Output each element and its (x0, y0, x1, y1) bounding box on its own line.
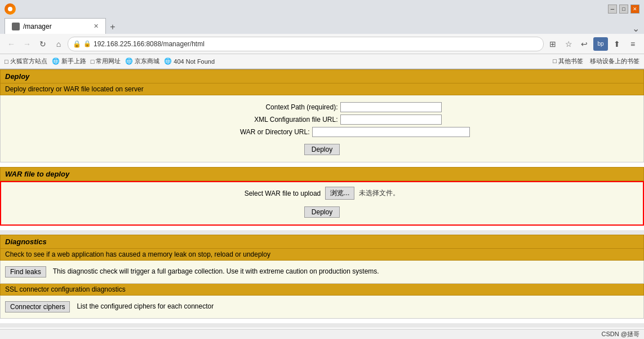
connector-row: Connector ciphers List the configured ci… (5, 301, 639, 312)
tab-close-button[interactable]: ✕ (94, 23, 99, 30)
context-path-label: Context Path (required): (203, 103, 338, 111)
bookmarks-bar: □ 火狐官方站点 🌐 新手上路 □ 常用网址 🌐 京东商城 🌐 404 Not … (0, 54, 644, 69)
war-section-header: WAR file to deploy (0, 167, 644, 181)
address-prefix: 🔒 (83, 40, 91, 47)
bookmark-mobile[interactable]: 移动设备上的书签 (590, 57, 639, 65)
back-button[interactable]: ← (5, 37, 18, 51)
deploy-title: Deploy (5, 72, 29, 81)
bookmark-common-icon: □ (91, 58, 95, 65)
ssl-title: SSL connector configuration diagnostics (5, 285, 126, 293)
deploy-section-header: Deploy (0, 69, 644, 83)
window-controls: ─ □ ✕ (608, 5, 639, 14)
share-button[interactable]: ⬆ (610, 37, 624, 51)
diagnostics-title: Diagnostics (5, 237, 47, 246)
xml-config-label: XML Configuration file URL: (203, 116, 338, 124)
war-form-inner: Select WAR file to upload 浏览... 未选择文件。 D… (1, 182, 643, 224)
deploy-btn-center: Deploy (10, 139, 634, 157)
bookmarks-right: □ 其他书签 移动设备上的书签 (553, 57, 639, 65)
memory-leak-content: Find leaks This diagnostic check will tr… (0, 261, 644, 284)
memory-leak-header: Check to see if a web application has ca… (0, 249, 644, 261)
bookmark-404-label: 404 Not Found (174, 58, 215, 65)
browser-logo-icon (5, 3, 16, 15)
bookmark-404[interactable]: 🌐 404 Not Found (164, 58, 215, 65)
title-bar: ─ □ ✕ (0, 0, 644, 18)
maximize-button[interactable]: □ (619, 5, 628, 14)
war-select-label: Select WAR file to upload (245, 190, 321, 197)
browse-button[interactable]: 浏览... (325, 187, 354, 200)
deploy-section: Deploy Deploy directory or WAR file loca… (0, 69, 644, 162)
connector-desc: List the configured ciphers for each con… (77, 301, 214, 311)
nav-actions: ⊞ ☆ ↩ bp ⬆ ≡ (546, 37, 639, 51)
minimize-button[interactable]: ─ (608, 5, 617, 14)
bookmark-other-label: □ 其他书签 (553, 57, 583, 65)
context-path-row: Context Path (required): (10, 102, 634, 112)
bookmark-huohu-label: 火狐官方站点 (10, 57, 47, 65)
bookmark-newbie-icon: 🌐 (52, 58, 60, 65)
tab-overflow-button[interactable]: ⌄ (632, 23, 639, 34)
war-form: Select WAR file to upload 浏览... 未选择文件。 D… (0, 181, 644, 226)
tab-favicon-icon (12, 23, 20, 30)
title-bar-left (5, 3, 16, 15)
new-tab-button[interactable]: + (106, 20, 119, 34)
deploy-form: Context Path (required): XML Configurati… (0, 95, 644, 162)
status-text: CSDN @拯哥 (602, 330, 639, 338)
find-leaks-row: Find leaks This diagnostic check will tr… (5, 266, 639, 278)
bookmark-jd-label: 京东商城 (135, 57, 159, 65)
xml-config-input[interactable] (340, 115, 442, 125)
star-button[interactable]: ☆ (562, 37, 575, 51)
browser-tab-manager[interactable]: /manager ✕ (5, 18, 106, 34)
bookmark-newbie[interactable]: 🌐 新手上路 (52, 57, 86, 65)
bookmark-jd-icon: 🌐 (125, 58, 133, 65)
context-path-input[interactable] (340, 102, 442, 112)
deploy-subsection-title: Deploy directory or WAR file located on … (5, 85, 144, 93)
grid-icon-button[interactable]: ⊞ (546, 37, 559, 51)
forward-button[interactable]: → (20, 37, 34, 51)
war-deploy-btn-center: Deploy (304, 202, 340, 220)
bookmark-other[interactable]: □ 其他书签 (553, 57, 583, 65)
home-button[interactable]: ⌂ (52, 37, 65, 51)
ssl-content: Connector ciphers List the configured ci… (0, 296, 644, 319)
war-deploy-button[interactable]: Deploy (304, 206, 340, 218)
section-spacer (0, 230, 644, 235)
browser-status-bar: CSDN @拯哥 (0, 329, 644, 339)
profile-button[interactable]: bp (593, 37, 608, 51)
bookmark-404-icon: 🌐 (164, 58, 172, 65)
deploy-subsection-header: Deploy directory or WAR file located on … (0, 83, 644, 95)
war-dir-input[interactable] (312, 127, 470, 137)
find-leaks-desc: This diagnostic check will trigger a ful… (53, 266, 379, 276)
war-file-row: Select WAR file to upload 浏览... 未选择文件。 (245, 187, 400, 200)
menu-button[interactable]: ≡ (626, 37, 639, 51)
security-icon: 🔒 (73, 40, 81, 48)
tab-label: /manager (23, 23, 52, 30)
browser-chrome: ─ □ ✕ /manager ✕ + ⌄ ← → ↻ ⌂ 🔒 🔒 ⊞ ☆ ↩ b… (0, 0, 644, 69)
find-leaks-button[interactable]: Find leaks (5, 266, 46, 278)
bookmark-common[interactable]: □ 常用网址 (91, 57, 121, 65)
deploy-button[interactable]: Deploy (304, 144, 340, 155)
war-dir-label: WAR or Directory URL: (175, 128, 310, 136)
close-button[interactable]: ✕ (630, 5, 639, 14)
diagnostics-section: Diagnostics Check to see if a web applic… (0, 235, 644, 319)
war-section: WAR file to deploy Select WAR file to up… (0, 167, 644, 226)
no-file-text: 未选择文件。 (359, 188, 399, 198)
nav-bar: ← → ↻ ⌂ 🔒 🔒 ⊞ ☆ ↩ bp ⬆ ≡ (0, 34, 644, 54)
war-dir-row: WAR or Directory URL: (10, 127, 634, 137)
tab-bar: /manager ✕ + ⌄ (0, 18, 644, 34)
bookmark-huohu-icon: □ (5, 58, 8, 65)
page-content: Deploy Deploy directory or WAR file loca… (0, 69, 644, 339)
history-back-button[interactable]: ↩ (578, 37, 591, 51)
diagnostics-header: Diagnostics (0, 235, 644, 249)
bookmark-common-label: 常用网址 (96, 57, 121, 65)
reload-button[interactable]: ↻ (36, 37, 50, 51)
section-spacer-2 (0, 323, 644, 328)
connector-button[interactable]: Connector ciphers (5, 301, 70, 312)
memory-leak-title: Check to see if a web application has ca… (5, 250, 270, 258)
address-bar-wrapper: 🔒 🔒 (68, 37, 544, 51)
bookmark-mobile-label: 移动设备上的书签 (590, 57, 639, 65)
address-input[interactable] (94, 40, 539, 48)
war-section-title: WAR file to deploy (5, 170, 69, 178)
bookmark-huohu[interactable]: □ 火狐官方站点 (5, 57, 47, 65)
bookmark-newbie-label: 新手上路 (61, 57, 86, 65)
ssl-header: SSL connector configuration diagnostics (0, 284, 644, 296)
xml-config-row: XML Configuration file URL: (10, 115, 634, 125)
bookmark-jd[interactable]: 🌐 京东商城 (125, 57, 159, 65)
